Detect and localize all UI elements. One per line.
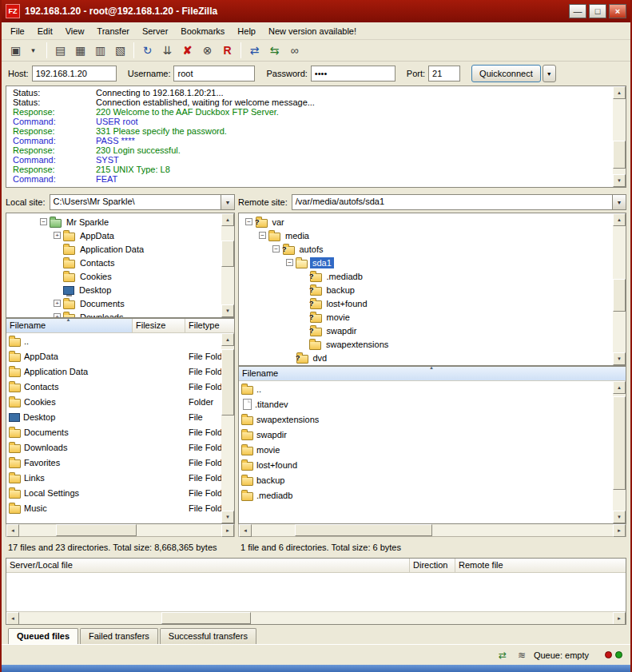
scroll-track[interactable] (221, 226, 234, 304)
find-files-icon[interactable]: ∞ (285, 42, 304, 59)
maximize-button[interactable]: □ (589, 4, 606, 18)
menu-new-version[interactable]: New version available! (262, 24, 363, 38)
scroll-thumb[interactable] (221, 241, 234, 267)
column-header-filesize[interactable]: Filesize (133, 319, 185, 333)
scroll-right-icon[interactable]: ► (613, 612, 626, 625)
quickconnect-dropdown-icon[interactable]: ▼ (543, 65, 556, 82)
table-row[interactable]: ContactsFile Folder (6, 379, 221, 394)
username-input[interactable] (173, 66, 255, 82)
disconnect-icon[interactable]: ⊗ (198, 42, 217, 59)
column-header-filetype[interactable]: Filetype (185, 319, 234, 333)
remote-list-hscrollbar[interactable]: ◄ ► (238, 524, 626, 537)
process-queue-icon[interactable]: ⇊ (158, 42, 177, 59)
remote-tree-scrollbar[interactable]: ▲ ▼ (613, 213, 626, 365)
remote-site-combobox[interactable]: /var/media/autofs/sda1 ▼ (292, 194, 626, 210)
scroll-thumb[interactable] (56, 524, 137, 536)
queue-hscrollbar[interactable]: ◄ ► (6, 611, 626, 624)
table-row[interactable]: AppDataFile Folder (6, 348, 221, 364)
table-row[interactable]: Application DataFile Folder (6, 364, 221, 379)
reconnect-icon[interactable]: R (218, 42, 237, 59)
site-manager-icon[interactable]: ▣ (6, 42, 25, 59)
expand-icon[interactable]: + (54, 313, 61, 317)
tab-failed-transfers[interactable]: Failed transfers (80, 628, 158, 644)
table-row[interactable]: .titandev (239, 396, 613, 412)
scroll-thumb[interactable] (613, 396, 626, 490)
scroll-track[interactable] (613, 99, 626, 174)
tree-item-selected[interactable]: −sda1 (239, 256, 613, 269)
local-list-hscrollbar[interactable]: ◄ ► (6, 524, 235, 537)
log-scrollbar[interactable]: ▲ ▼ (613, 86, 626, 187)
minimize-button[interactable]: — (569, 4, 586, 18)
collapse-icon[interactable]: − (286, 259, 293, 266)
tree-item[interactable]: ?.mediadb (239, 269, 613, 283)
menu-edit[interactable]: Edit (31, 24, 59, 38)
tree-item[interactable]: Application Data (6, 242, 221, 256)
table-row[interactable]: LinksFile Folder (6, 470, 221, 485)
scroll-thumb[interactable] (613, 279, 626, 312)
password-input[interactable] (311, 66, 395, 82)
scroll-down-icon[interactable]: ▼ (221, 304, 234, 317)
tree-item[interactable]: −media (239, 229, 613, 242)
local-site-combobox[interactable]: C:\Users\Mr Sparkle\ ▼ (50, 194, 235, 210)
toggle-remote-tree-icon[interactable]: ▥ (91, 42, 109, 59)
menu-file[interactable]: File (4, 24, 31, 38)
scroll-track[interactable] (613, 394, 626, 511)
close-button[interactable]: × (609, 4, 626, 18)
scroll-track[interactable] (221, 346, 234, 511)
table-row[interactable]: movie (239, 442, 613, 457)
remote-list-scrollbar[interactable]: ▲ ▼ (613, 381, 626, 523)
scroll-thumb[interactable] (613, 141, 626, 169)
menu-help[interactable]: Help (231, 24, 262, 38)
table-row[interactable]: .. (239, 381, 613, 396)
scroll-up-icon[interactable]: ▲ (613, 213, 626, 226)
tree-item[interactable]: ?swapdir (239, 324, 613, 337)
speed-limit-icon[interactable]: ≋ (515, 649, 529, 662)
queue-body[interactable] (6, 573, 626, 611)
tree-item[interactable]: swapextensions (239, 337, 613, 351)
column-header-direction[interactable]: Direction (410, 559, 455, 573)
local-tree-scrollbar[interactable]: ▲ ▼ (221, 213, 234, 317)
scroll-right-icon[interactable]: ► (613, 524, 626, 537)
table-row[interactable]: .. (6, 333, 221, 348)
menu-view[interactable]: View (59, 24, 91, 38)
tree-item[interactable]: −?autofs (239, 242, 613, 256)
collapse-icon[interactable]: − (259, 232, 266, 239)
scroll-left-icon[interactable]: ◄ (6, 524, 19, 537)
table-row[interactable]: swapdir (239, 427, 613, 442)
column-header-server-local-file[interactable]: Server/Local file (6, 559, 410, 573)
table-row[interactable]: FavoritesFile Folder (6, 455, 221, 470)
tree-item[interactable]: ?dvd (239, 351, 613, 364)
table-row[interactable]: MusicFile Folder (6, 500, 221, 515)
table-row[interactable]: DocumentsFile Folder (6, 424, 221, 439)
column-header-filename[interactable]: Filename▲ (6, 319, 133, 333)
scroll-up-icon[interactable]: ▲ (221, 213, 234, 226)
toggle-local-tree-icon[interactable]: ▦ (71, 42, 89, 59)
chevron-down-icon[interactable]: ▼ (612, 195, 626, 209)
column-header-filename[interactable]: Filename▲ (239, 367, 626, 381)
tab-successful-transfers[interactable]: Successful transfers (160, 628, 256, 644)
scroll-left-icon[interactable]: ◄ (239, 524, 252, 537)
tree-item[interactable]: +Downloads (6, 310, 221, 317)
tab-queued-files[interactable]: Queued files (8, 628, 78, 644)
scroll-track[interactable] (252, 524, 613, 536)
table-row[interactable]: lost+found (239, 457, 613, 472)
scroll-thumb[interactable] (161, 612, 250, 624)
tree-item[interactable]: ?backup (239, 283, 613, 296)
quickconnect-button[interactable]: Quickconnect (471, 65, 541, 82)
scroll-down-icon[interactable]: ▼ (613, 352, 626, 365)
tree-item[interactable]: +Documents (6, 296, 221, 310)
table-row[interactable]: backup (239, 472, 613, 487)
tree-item[interactable]: ?movie (239, 310, 613, 324)
titlebar[interactable]: FZ 192.168.1.20 - root@192.168.1.20 - Fi… (2, 0, 630, 22)
sync-browsing-icon[interactable]: ⇆ (265, 42, 284, 59)
collapse-icon[interactable]: − (272, 245, 280, 252)
scroll-down-icon[interactable]: ▼ (613, 174, 626, 187)
directory-compare-icon[interactable]: ⇄ (245, 42, 264, 59)
scroll-down-icon[interactable]: ▼ (221, 511, 234, 523)
scroll-up-icon[interactable]: ▲ (613, 381, 626, 394)
toggle-queue-icon[interactable]: ▧ (111, 42, 129, 59)
site-manager-dropdown-icon[interactable]: ▾ (24, 42, 42, 59)
scroll-up-icon[interactable]: ▲ (613, 86, 626, 99)
chevron-down-icon[interactable]: ▼ (221, 195, 234, 209)
tree-item[interactable]: −Mr Sparkle (6, 215, 221, 229)
